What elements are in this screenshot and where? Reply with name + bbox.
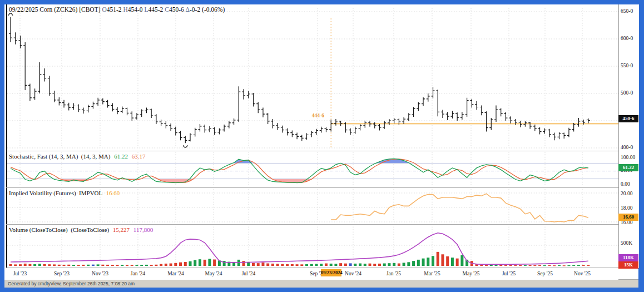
change-value: -0-2 [190,6,200,13]
volume-panel-header[interactable]: Volume (CloseToClose) (CloseToClose) 15,… [9,226,153,233]
chart-application-window: 09/22/2025 Corn (ZCK26) [CBOT] O451-2 H4… [0,0,644,292]
stoch-axis-label: 100.00 [621,155,635,160]
time-tick-label: Jul '23 [13,271,27,276]
price-axis-label: 600-0 [621,36,633,41]
volume-params: (CloseToClose) [71,226,109,233]
stochastic-params: (14, 3, MA) [81,153,111,160]
price-vertical-gridlines [20,8,582,149]
stochastic-study-name: Stochastic, Fast (14, 3, MA) [9,153,78,160]
price-axis-label: 500-0 [621,90,633,96]
right-price-axis[interactable] [618,4,639,268]
price-axis-label: 400-0 [621,145,633,150]
close-value: 450-6 [169,6,184,13]
oversold-fill [11,179,588,183]
time-axis[interactable]: Jul '23Sep '23Nov '23Jan '24Mar '24May '… [4,268,618,280]
marker-date-badge: 09/23/2024 [321,269,341,276]
last-price-badge: 450-6 [618,115,638,122]
stoch-axis-label: 0.00 [621,181,630,187]
price-axis-label: 550-0 [621,63,633,68]
open-value: 451-2 [107,6,122,13]
iv-panel-header[interactable]: Implied Volatility (Futures) IMPVOL 16.6… [9,190,120,196]
volume-axis-label: 500K [621,240,632,246]
volume-study-name: Volume (CloseToClose) [9,226,68,233]
time-tick-label: Mar '24 [167,271,184,276]
price-chart-svg[interactable] [7,5,618,151]
open-label: O [102,6,106,13]
iv-study-name: Implied Volatility (Futures) [9,190,76,196]
stochastic-k-value: 61.22 [114,153,128,160]
iv-gridlines [7,193,618,222]
volume-value-badge: 15K [618,261,638,269]
volume-ma-badge: 118K [618,254,638,261]
iv-axis-label: 18.00 [621,205,632,211]
time-tick-label: Sep '23 [54,271,70,276]
low-value: 445-2 [148,6,163,13]
time-tick-label: Nov '25 [574,271,591,276]
close-label: C [165,6,169,13]
time-tick-label: Nov '23 [92,271,108,276]
panel-divider[interactable] [6,224,638,225]
panel-divider[interactable] [6,151,638,151]
iv-value: 16.60 [106,190,120,196]
high-label: H [123,6,127,13]
reference-price-label: 444-6 [302,113,324,118]
status-bar: Generated by cmdtyView, September 26th 2… [4,280,638,288]
generated-by-text: Generated by cmdtyView, September 26th 2… [8,281,135,286]
quote-date: 09/22/2025 [9,6,38,13]
symbol-name: Corn (ZCK26) [CBOT] [39,6,100,13]
time-tick-label: Jul '25 [502,271,516,276]
high-value: 454-0 [128,6,143,13]
stochastic-d-value: 63.17 [132,153,146,160]
change-percent: (-0.06%) [202,6,225,13]
price-gridlines [7,12,618,148]
stoch-threshold-lines [7,163,618,179]
time-tick-label: Mar '25 [424,271,440,276]
time-tick-label: Jan '25 [387,271,401,276]
panel-divider[interactable] [6,187,638,188]
stochastic-panel-header[interactable]: Stochastic, Fast (14, 3, MA) (14, 3, MA)… [9,153,145,160]
time-tick-label: Sep '25 [537,271,553,276]
iv-axis-label: 20.00 [621,191,632,196]
chart-title: 09/22/2025 Corn (ZCK26) [CBOT] O451-2 H4… [9,6,225,13]
change-label: Δ [186,6,190,13]
time-tick-label: Nov '24 [345,271,361,276]
price-axis-label: 650-0 [621,8,633,14]
volume-value: 15,227 [113,226,130,233]
volume-ma-line [11,233,588,265]
iv-params: IMPVOL [79,190,102,196]
iv-line [331,194,588,222]
iv-value-badge: 16.60 [618,214,638,221]
data-gap-marks [8,13,187,147]
stochastic-value-badge: 61.22 [618,164,638,171]
time-tick-label: May '24 [205,271,222,276]
volume-ma-value: 117,800 [133,226,153,233]
time-tick-label: May '25 [462,271,479,276]
time-tick-label: Jan '24 [131,271,145,276]
time-tick-label: Jul '24 [242,271,256,276]
